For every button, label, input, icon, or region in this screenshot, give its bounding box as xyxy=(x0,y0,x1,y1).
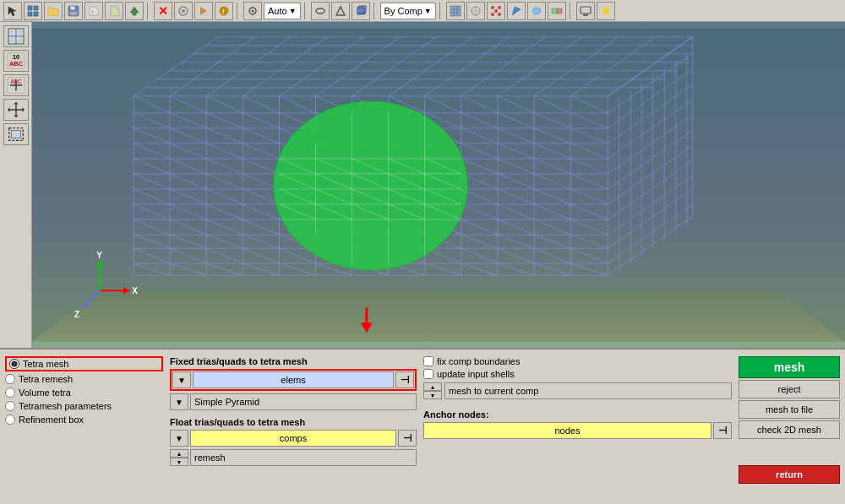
undo-icon[interactable] xyxy=(174,2,193,20)
star-icon[interactable]: ★ xyxy=(597,2,615,20)
auto-dropdown[interactable]: Auto ▼ xyxy=(264,3,301,19)
geom-icon[interactable] xyxy=(507,2,526,20)
float-comps-dropdown-btn[interactable]: ▼ xyxy=(170,430,188,447)
node-icon[interactable] xyxy=(487,2,505,20)
radio-tetramesh-params-input[interactable] xyxy=(5,401,15,411)
mesh-button[interactable]: mesh xyxy=(739,356,840,378)
mesh-current-label[interactable]: mesh to current comp xyxy=(444,382,732,399)
update-input-shells-label: update input shells xyxy=(437,369,515,379)
spinner-up-btn[interactable]: ▲ xyxy=(170,449,188,458)
monitor-icon[interactable] xyxy=(576,2,595,20)
radio-tetra-remesh[interactable]: Tetra remesh xyxy=(5,373,163,385)
svg-rect-1 xyxy=(34,6,38,10)
fixed-elems-end-btn[interactable]: ⊣ xyxy=(395,371,414,388)
cube-icon[interactable] xyxy=(352,2,370,20)
float-section-label: Float trias/quads to tetra mesh xyxy=(170,417,417,427)
redo-icon[interactable] xyxy=(194,2,213,20)
shape1-icon[interactable] xyxy=(311,2,330,20)
mesh-to-file-button[interactable]: mesh to file xyxy=(739,400,840,419)
fix-comp-boundaries-checkbox[interactable] xyxy=(423,356,433,366)
float-comps-end-btn[interactable]: ⊣ xyxy=(398,430,417,447)
svg-marker-16 xyxy=(336,7,345,15)
mesh2-icon[interactable] xyxy=(466,2,485,20)
anchor-section: Anchor nodes: ⊣ xyxy=(423,409,732,439)
radio-volume-tetra[interactable]: Volume tetra xyxy=(5,387,163,398)
update-input-shells-item: update input shells xyxy=(423,369,732,379)
radio-tetra-remesh-input[interactable] xyxy=(5,374,15,384)
radio-volume-tetra-input[interactable] xyxy=(5,387,15,398)
viewport-section: 10 ABC ABC xyxy=(0,22,845,348)
surface-icon[interactable] xyxy=(527,2,546,20)
svg-rect-2 xyxy=(28,12,32,16)
radio-tetra-mesh-input[interactable] xyxy=(9,359,19,369)
spinner-down-btn[interactable]: ▼ xyxy=(170,458,188,466)
radio-tetra-mesh[interactable]: Tetra mesh xyxy=(5,356,163,371)
float-remesh-row: ▲ ▼ remesh xyxy=(170,449,417,466)
cursor-icon[interactable] xyxy=(3,2,22,20)
svg-rect-3 xyxy=(34,12,38,16)
delete-icon[interactable]: ✕ xyxy=(154,2,172,20)
text-label2-icon[interactable]: ABC xyxy=(3,74,29,96)
up-arrow-icon[interactable] xyxy=(125,2,144,20)
frame-icon[interactable] xyxy=(3,123,29,145)
shape2-icon[interactable] xyxy=(331,2,350,20)
svg-text:!: ! xyxy=(222,8,225,15)
mesh-current-up-btn[interactable]: ▲ xyxy=(423,382,442,391)
anchor-nodes-input[interactable] xyxy=(423,422,711,439)
radio-refinement-box-input[interactable] xyxy=(5,415,15,425)
fixed-elems-input[interactable] xyxy=(193,371,394,388)
anchor-nodes-row: ⊣ xyxy=(423,422,732,439)
float-comps-input[interactable] xyxy=(190,430,396,447)
import-icon[interactable]: ↑ xyxy=(84,2,103,20)
reject-button[interactable]: reject xyxy=(739,380,840,398)
auto-label: Auto xyxy=(268,6,287,16)
mesh-icon[interactable] xyxy=(446,2,465,20)
svg-rect-34 xyxy=(581,7,591,14)
svg-point-14 xyxy=(252,9,254,12)
radio-volume-tetra-label: Volume tetra xyxy=(19,387,71,398)
check-2d-mesh-button[interactable]: check 2D mesh xyxy=(739,420,840,439)
svg-rect-6 xyxy=(70,12,77,15)
mesh-current-down-btn[interactable]: ▼ xyxy=(423,391,442,399)
svg-point-285 xyxy=(274,101,468,270)
move-icon[interactable] xyxy=(3,99,29,121)
save-icon[interactable] xyxy=(64,2,83,20)
fixed-pyramid-dropdown-btn[interactable]: ▼ xyxy=(170,393,188,410)
separator6 xyxy=(570,3,573,19)
svg-point-28 xyxy=(491,13,494,16)
svg-text:X: X xyxy=(132,286,138,295)
comp-icon[interactable] xyxy=(548,2,566,20)
text-label1-icon[interactable]: 10 ABC xyxy=(3,50,29,72)
middle-panel: Fixed trias/quads to tetra mesh ▼ ⊣ ▼ Si… xyxy=(170,356,423,484)
update-input-shells-checkbox[interactable] xyxy=(423,369,433,379)
svg-text:Z: Z xyxy=(74,310,79,319)
action-panel: mesh reject mesh to file check 2D mesh r… xyxy=(739,356,840,484)
mesh-type-radio-group: Tetra mesh Tetra remesh Volume tetra Tet… xyxy=(5,356,163,425)
fixed-elems-dropdown-btn[interactable]: ▼ xyxy=(172,371,191,388)
radio-refinement-box[interactable]: Refinement box xyxy=(5,414,163,425)
fixed-elems-row: ▼ ⊣ xyxy=(170,369,417,391)
radio-tetramesh-params[interactable]: Tetramesh parameters xyxy=(5,400,163,412)
view-icon[interactable] xyxy=(243,2,262,20)
svg-marker-55 xyxy=(14,115,19,117)
folder-icon[interactable] xyxy=(44,2,63,20)
svg-point-9 xyxy=(182,9,185,13)
svg-rect-18 xyxy=(450,6,461,16)
return-button[interactable]: return xyxy=(739,465,840,484)
svg-rect-5 xyxy=(70,6,75,10)
grid-view-icon[interactable] xyxy=(3,25,29,47)
export-icon[interactable] xyxy=(105,2,123,20)
float-spinner: ▲ ▼ xyxy=(170,449,188,466)
radio-tetra-mesh-label: Tetra mesh xyxy=(23,359,68,369)
options-icon[interactable]: ! xyxy=(215,2,233,20)
anchor-nodes-end-btn[interactable]: ⊣ xyxy=(713,422,732,439)
svg-text:ABC: ABC xyxy=(10,79,22,84)
float-remesh-label: remesh xyxy=(190,449,417,466)
grid-icon[interactable] xyxy=(24,2,42,20)
separator5 xyxy=(439,3,443,19)
mesh-current-spinner: ▲ ▼ xyxy=(423,382,442,399)
separator3 xyxy=(304,3,308,19)
bycomp-dropdown[interactable]: By Comp ▼ xyxy=(380,3,436,19)
svg-rect-33 xyxy=(557,8,562,14)
svg-marker-10 xyxy=(200,7,207,15)
